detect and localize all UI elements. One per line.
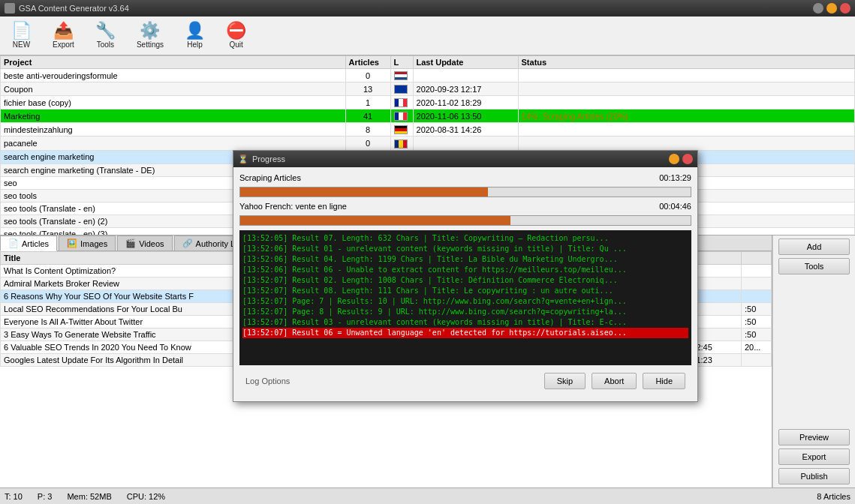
tab-images[interactable]: 🖼️ Images: [59, 236, 116, 250]
log-line: [13:52:06] Result 06 - Unable to extract…: [242, 265, 688, 275]
project-flag: [394, 112, 408, 121]
tab-images-label: Images: [80, 239, 107, 248]
project-lang: [390, 82, 413, 96]
tab-articles[interactable]: 📄 Articles: [0, 236, 57, 251]
app-icon: [5, 3, 15, 14]
project-name: Coupon: [1, 82, 346, 96]
new-icon: 📄: [11, 22, 32, 39]
project-status: [518, 82, 854, 96]
dialog-titlebar: ⏳ Progress: [233, 151, 697, 167]
skip-button[interactable]: Skip: [544, 373, 586, 389]
tools-icon: 🔧: [95, 22, 116, 39]
abort-button[interactable]: Abort: [592, 373, 637, 389]
project-last-update: 2020-11-06 13:50: [413, 110, 518, 123]
dialog-actions: Skip Abort Hide: [544, 373, 685, 389]
project-name: beste anti-verouderingsformule: [1, 69, 346, 82]
tools-button[interactable]: 🔧 Tools: [89, 20, 122, 52]
log-line: [13:52:07] Result 03 - unrelevant conten…: [242, 317, 688, 328]
settings-button[interactable]: ⚙️ Settings: [130, 20, 170, 52]
tab-videos[interactable]: 🎬 Videos: [117, 236, 172, 250]
maximize-button[interactable]: [826, 3, 837, 14]
statusbar: T: 10 P: 3 Mem: 52MB CPU: 12% 8 Articles: [0, 488, 855, 504]
dialog-title: Progress: [252, 154, 285, 164]
tab-articles-label: Articles: [22, 239, 49, 248]
article-cell-col7: :50: [742, 316, 772, 328]
col-project: Project: [1, 56, 346, 69]
article-col-7: [742, 252, 772, 265]
close-button[interactable]: [840, 3, 850, 14]
project-last-update: [413, 136, 518, 150]
help-icon: 👤: [185, 22, 205, 39]
project-name: pacanele: [1, 136, 346, 150]
project-flag: [394, 71, 408, 80]
add-button[interactable]: Add: [778, 238, 850, 255]
progress-bar-1: [239, 187, 691, 197]
right-panel: Add Tools Preview Export Publish: [772, 236, 855, 488]
status-cpu: CPU: 12%: [127, 492, 165, 501]
article-cell-col7: [742, 290, 772, 303]
hide-button[interactable]: Hide: [643, 373, 685, 389]
videos-icon: 🎬: [125, 238, 136, 248]
progress-bar-2: [239, 215, 691, 226]
col-lang: L: [390, 56, 413, 69]
tools-label: Tools: [97, 40, 114, 49]
log-line: [13:52:06] Result 01 - unrelevant conten…: [242, 244, 688, 254]
progress-row-2: Yahoo French: vente en ligne 00:04:46: [239, 202, 691, 211]
export-button[interactable]: 📤 Export: [46, 20, 81, 52]
log-line: [13:52:07] Result 08. Length: 111 Chars …: [242, 286, 688, 296]
app-title: GSA Content Generator v3.64: [19, 4, 129, 13]
articles-icon: 📄: [8, 238, 19, 248]
project-flag: [394, 140, 408, 148]
project-row[interactable]: Coupon132020-09-23 12:17: [1, 82, 855, 96]
settings-icon: ⚙️: [140, 22, 160, 39]
log-line: [13:52:06] Result 04. Length: 1199 Chars…: [242, 254, 688, 265]
project-row[interactable]: Marketing412020-11-06 13:5014%: Scraping…: [1, 110, 855, 123]
project-articles: 8: [345, 123, 390, 136]
status-proxies: P: 3: [38, 492, 53, 501]
quit-label: Quit: [229, 40, 242, 49]
col-articles: Articles: [345, 56, 390, 69]
toolbar: 📄 NEW 📤 Export 🔧 Tools ⚙️ Settings 👤 Hel…: [0, 16, 855, 56]
progress-dialog: ⏳ Progress Scraping Articles 00:13:29 Ya…: [233, 150, 698, 402]
project-articles: 0: [345, 69, 390, 82]
project-name: mindesteinzahlung: [1, 123, 346, 136]
export-panel-button[interactable]: Export: [778, 448, 850, 465]
project-row[interactable]: beste anti-verouderingsformule0: [1, 69, 855, 82]
log-line: [13:52:07] Page: 7 | Results: 10 | URL: …: [242, 296, 688, 307]
help-label: Help: [187, 40, 203, 49]
status-articles: 8 Articles: [817, 492, 850, 501]
progress-label-2: Yahoo French: vente en ligne: [239, 202, 646, 211]
log-options[interactable]: Log Options: [245, 376, 290, 386]
new-button[interactable]: 📄 NEW: [5, 20, 38, 52]
project-last-update: 2020-09-23 12:17: [413, 82, 518, 96]
project-status: [518, 123, 854, 136]
project-lang: [390, 110, 413, 123]
titlebar: GSA Content Generator v3.64: [0, 0, 855, 16]
project-row[interactable]: pacanele0: [1, 136, 855, 150]
quit-icon: ⛔: [226, 22, 246, 39]
project-status: [518, 136, 854, 150]
project-articles: 13: [345, 82, 390, 96]
dialog-minimize[interactable]: [669, 154, 679, 164]
preview-button[interactable]: Preview: [778, 429, 850, 446]
progress-time-2: 00:04:46: [646, 202, 691, 211]
project-row[interactable]: fichier base (copy)12020-11-02 18:29: [1, 96, 855, 110]
help-button[interactable]: 👤 Help: [178, 20, 212, 52]
dialog-footer: Log Options Skip Abort Hide: [239, 370, 691, 395]
tools-panel-button[interactable]: Tools: [778, 258, 850, 274]
project-articles: 1: [345, 96, 390, 110]
quit-button[interactable]: ⛔ Quit: [219, 20, 253, 52]
project-flag: [394, 85, 408, 94]
new-label: NEW: [13, 40, 30, 49]
progress-fill-2: [240, 216, 510, 225]
log-line: [13:52:05] Result 07. Length: 632 Chars …: [242, 233, 688, 244]
dialog-icon: ⏳: [238, 154, 248, 164]
publish-button[interactable]: Publish: [778, 468, 850, 484]
project-row[interactable]: mindesteinzahlung82020-08-31 14:26: [1, 123, 855, 136]
progress-time-1: 00:13:29: [646, 173, 691, 182]
project-last-update: 2020-11-02 18:29: [413, 96, 518, 110]
project-last-update: [413, 69, 518, 82]
log-line: [13:52:07] Page: 8 | Results: 9 | URL: h…: [242, 307, 688, 317]
dialog-close[interactable]: [682, 154, 693, 164]
minimize-button[interactable]: [813, 3, 823, 14]
